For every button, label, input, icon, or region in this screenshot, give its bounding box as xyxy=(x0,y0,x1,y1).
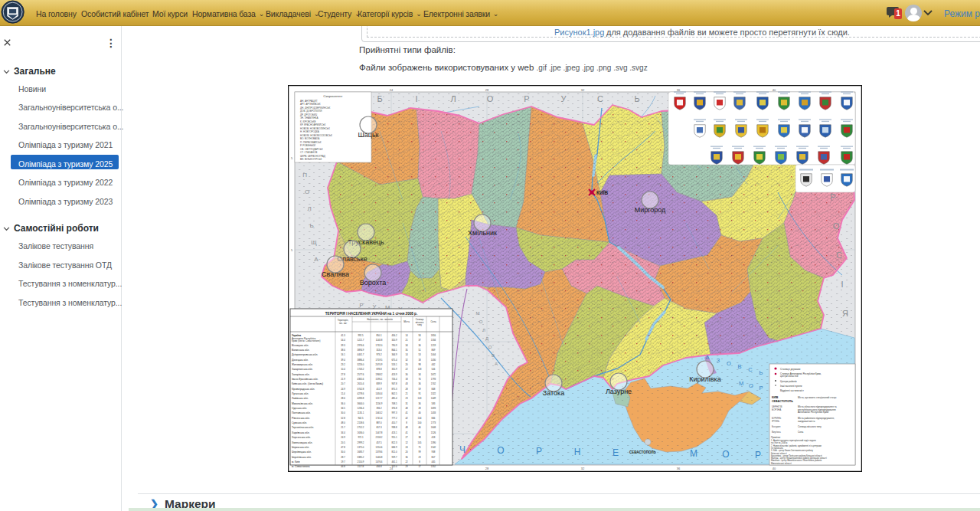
svg-text:Р: Р xyxy=(524,94,529,103)
svg-text:Селища міського типу: Селища міського типу xyxy=(798,425,822,428)
svg-text:938: 938 xyxy=(432,450,436,454)
svg-text:929.7: 929.7 xyxy=(391,456,397,459)
svg-text:37: 37 xyxy=(418,339,421,342)
svg-text:ЧЕРВ. ЧЕРВОНОГРАД: ЧЕРВ. ЧЕРВОНОГРАД xyxy=(300,155,326,158)
svg-text:1219: 1219 xyxy=(431,344,436,347)
svg-text:1702: 1702 xyxy=(431,382,436,385)
svg-text:Л: Л xyxy=(307,205,311,212)
svg-text:1773: 1773 xyxy=(431,421,436,424)
svg-text:СЕВАСТОПОЛЬ: СЕВАСТОПОЛЬ xyxy=(629,450,656,454)
svg-text:1250.6: 1250.6 xyxy=(376,446,383,449)
svg-text:1221.7: 1221.7 xyxy=(358,339,364,342)
svg-text:20: 20 xyxy=(405,363,408,366)
svg-text:28: 28 xyxy=(485,88,489,92)
svg-text:Волинська обл.: Волинська обл. xyxy=(292,349,309,352)
svg-text:Лазурне: Лазурне xyxy=(606,388,632,395)
svg-text:О: О xyxy=(479,319,483,324)
svg-text:41.3: 41.3 xyxy=(341,334,345,337)
svg-text:С: С xyxy=(597,94,603,103)
svg-text:777.2: 777.2 xyxy=(391,417,397,420)
svg-text:3894.9: 3894.9 xyxy=(358,349,364,352)
svg-text:типу: типу xyxy=(417,323,422,326)
svg-text:Затока: Затока xyxy=(543,389,564,397)
svg-text:Ч: Ч xyxy=(459,444,466,455)
svg-text:Чернівецька обл.: Чернівецька обл. xyxy=(292,450,312,454)
svg-text:Закарпатська обл.: Закарпатська обл. xyxy=(292,368,313,371)
svg-text:839.9: 839.9 xyxy=(376,382,382,385)
svg-text:36.0: 36.0 xyxy=(341,402,345,405)
svg-text:І: І xyxy=(841,280,843,289)
svg-text:2752.2: 2752.2 xyxy=(358,426,364,429)
svg-text:29: 29 xyxy=(405,465,408,468)
svg-text:20.5: 20.5 xyxy=(341,441,345,444)
svg-text:104: 104 xyxy=(418,417,422,420)
svg-text:1542: 1542 xyxy=(431,446,436,449)
svg-text:4283.8: 4283.8 xyxy=(358,397,364,400)
svg-text:А: А xyxy=(495,362,498,366)
svg-text:Харківська обл.: Харківська обл. xyxy=(292,431,310,434)
svg-text:1433: 1433 xyxy=(431,411,436,414)
svg-text:Миколаївської області: Миколаївської області xyxy=(771,462,792,465)
svg-text:1683.7: 1683.7 xyxy=(358,450,364,454)
svg-text:846: 846 xyxy=(432,417,436,420)
svg-text:11.4: 11.4 xyxy=(341,392,345,395)
svg-text:О: О xyxy=(487,94,494,103)
svg-text:Ворохта: Ворохта xyxy=(360,279,386,287)
svg-text:19.7: 19.7 xyxy=(341,460,345,464)
svg-text:413.1: 413.1 xyxy=(391,431,397,434)
svg-text:36: 36 xyxy=(677,88,681,92)
svg-text:О: О xyxy=(749,382,753,389)
svg-text:м. Севастополь: м. Севастополь xyxy=(292,465,310,468)
svg-text:Хмільник: Хмільник xyxy=(468,229,497,237)
svg-text:31: 31 xyxy=(405,402,408,405)
svg-text:34: 34 xyxy=(405,344,408,347)
svg-text:21.9: 21.9 xyxy=(341,378,345,381)
svg-text:3664.0: 3664.0 xyxy=(358,402,364,405)
svg-text:320.9: 320.9 xyxy=(391,339,397,342)
svg-text:центри областей: центри областей xyxy=(780,375,799,378)
svg-text:20.7: 20.7 xyxy=(341,382,345,385)
svg-text:506: 506 xyxy=(432,368,436,371)
svg-text:тис. км²: тис. км² xyxy=(339,322,348,325)
svg-text:28.6: 28.6 xyxy=(341,397,345,400)
svg-text:1968.2: 1968.2 xyxy=(376,373,383,376)
svg-text:875.3: 875.3 xyxy=(391,388,397,391)
svg-text:М: М xyxy=(476,311,480,316)
svg-text:КР. КРАСНОАРМІЙСЬК: КР. КРАСНОАРМІЙСЬК xyxy=(300,123,325,126)
svg-text:46: 46 xyxy=(418,426,421,429)
svg-text:864.1: 864.1 xyxy=(391,349,397,352)
svg-text:ДОБ. ДОБРОПІЛЛЯ: ДОБ. ДОБРОПІЛЛЯ xyxy=(300,110,322,113)
svg-text:118: 118 xyxy=(418,368,422,371)
svg-text:2158.2: 2158.2 xyxy=(376,436,383,439)
svg-text:27.8: 27.8 xyxy=(341,373,345,376)
svg-text:39.4: 39.4 xyxy=(341,359,345,362)
svg-text:1732.0: 1732.0 xyxy=(376,344,383,347)
svg-text:30.0: 30.0 xyxy=(341,411,345,414)
svg-text:938.8: 938.8 xyxy=(391,426,397,429)
svg-text:Полтавська обл.: Полтавська обл. xyxy=(292,411,311,414)
svg-text:НОВОМ. НОВОМОСКОВСЬК: НОВОМ. НОВОМОСКОВСЬК xyxy=(300,134,332,137)
svg-text:Донецька обл.: Донецька обл. xyxy=(292,359,309,362)
svg-text:ДР. ДРОГОБИЧ: ДР. ДРОГОБИЧ xyxy=(300,113,317,116)
svg-text:43: 43 xyxy=(405,382,408,385)
svg-text:СТ. СТАХАНОВ: СТ. СТАХАНОВ xyxy=(300,151,317,154)
svg-text:992.5: 992.5 xyxy=(358,334,364,337)
svg-text:2577.6: 2577.6 xyxy=(358,373,364,376)
svg-text:313.0: 313.0 xyxy=(376,349,382,352)
svg-text:44.8: 44.8 xyxy=(341,465,345,468)
svg-text:Інші населені пункти: Інші населені пункти xyxy=(780,385,802,388)
svg-text:850.1: 850.1 xyxy=(376,334,382,337)
svg-text:Виугівка: Виугівка xyxy=(772,431,781,434)
svg-text:Дніпропетровська обл.: Дніпропетровська обл. xyxy=(292,353,318,356)
svg-text:1672: 1672 xyxy=(431,373,436,376)
svg-text:4441.7: 4441.7 xyxy=(358,353,364,356)
svg-text:54.4: 54.4 xyxy=(341,339,345,342)
svg-text:34.5: 34.5 xyxy=(341,407,345,410)
svg-text:Свалява: Свалява xyxy=(322,270,349,278)
svg-text:442: 442 xyxy=(432,363,436,366)
svg-text:Батурин: Батурин xyxy=(772,425,781,428)
svg-text:434.8: 434.8 xyxy=(376,465,382,468)
svg-text:2158.6: 2158.6 xyxy=(358,421,364,424)
svg-text:1526: 1526 xyxy=(431,431,436,434)
svg-text:35: 35 xyxy=(405,349,408,352)
